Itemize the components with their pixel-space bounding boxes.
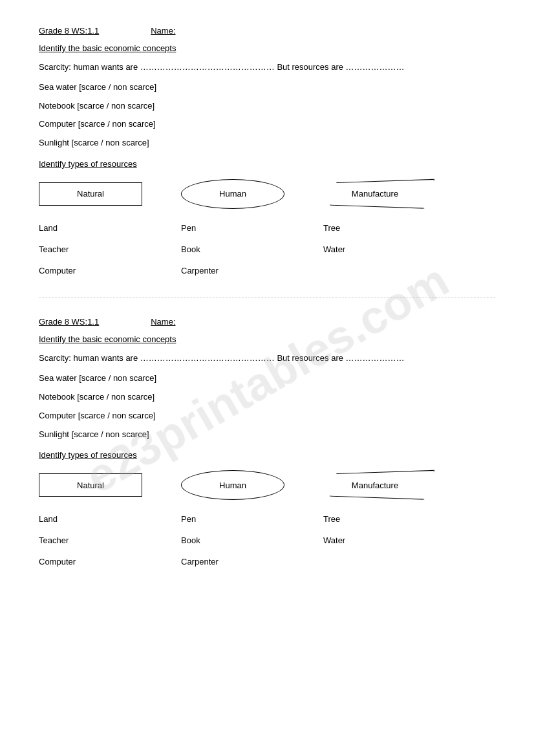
items-grid-1: Land Pen Tree Teacher Book Water Compute…	[39, 222, 495, 277]
item-book-1: Book	[181, 243, 323, 257]
shape-natural-2: Natural	[39, 473, 142, 497]
shapes-row-1: Natural Human Manufacture	[39, 179, 495, 209]
header-row-1: Grade 8 WS:1.1 Name:	[39, 26, 495, 36]
scarcity-line-1: Scarcity: human wants are ………………………………………	[39, 61, 495, 74]
shape-human-2: Human	[181, 470, 284, 500]
scarce-item-2-0: Sea water [scarce / non scarce]	[39, 372, 495, 385]
name-label-1: Name:	[151, 26, 175, 36]
item-land-1: Land	[39, 222, 181, 235]
resources-section-2: Identify types of resources Natural Huma…	[39, 450, 495, 568]
section-1: Grade 8 WS:1.1 Name: Identify the basic …	[39, 26, 495, 297]
item-water-1: Water	[323, 243, 440, 257]
section-2: Grade 8 WS:1.1 Name: Identify the basic …	[39, 317, 495, 588]
header-row-2: Grade 8 WS:1.1 Name:	[39, 317, 495, 327]
scarce-item-2-1: Notebook [scarce / non scarce]	[39, 391, 495, 404]
shape-manufacture-2: Manufacture	[323, 472, 427, 498]
item-tree-2: Tree	[323, 513, 440, 526]
shape-human-1: Human	[181, 179, 284, 209]
item-carpenter-2: Carpenter	[181, 556, 323, 569]
scarce-item-1-0: Sea water [scarce / non scarce]	[39, 81, 495, 94]
item-water-2: Water	[323, 534, 440, 548]
scarce-item-2-2: Computer [scarce / non scarce]	[39, 409, 495, 423]
grade-label-2: Grade 8 WS:1.1	[39, 317, 99, 327]
shapes-row-2: Natural Human Manufacture	[39, 470, 495, 500]
items-grid-2: Land Pen Tree Teacher Book Water Compute…	[39, 513, 495, 568]
item-tree-1: Tree	[323, 222, 440, 235]
item-pen-1: Pen	[181, 222, 323, 235]
resources-section-1: Identify types of resources Natural Huma…	[39, 159, 495, 277]
resources-title-2: Identify types of resources	[39, 450, 495, 460]
name-label-2: Name:	[151, 317, 175, 327]
item-land-2: Land	[39, 513, 181, 526]
scarce-item-1-1: Notebook [scarce / non scarce]	[39, 100, 495, 113]
shape-natural-1: Natural	[39, 182, 142, 206]
item-teacher-1: Teacher	[39, 243, 181, 257]
grade-label-1: Grade 8 WS:1.1	[39, 26, 99, 36]
title1-1: Identify the basic economic concepts	[39, 43, 495, 53]
scarcity-line-2: Scarcity: human wants are ………………………………………	[39, 352, 495, 365]
item-empty-1	[323, 265, 440, 278]
shape-manufacture-1: Manufacture	[323, 181, 427, 207]
resources-title-1: Identify types of resources	[39, 159, 495, 169]
scarce-item-1-2: Computer [scarce / non scarce]	[39, 118, 495, 131]
scarce-item-1-3: Sunlight [scarce / non scarce]	[39, 136, 495, 150]
item-computer-1: Computer	[39, 265, 181, 278]
worksheet: Grade 8 WS:1.1 Name: Identify the basic …	[39, 26, 495, 589]
item-pen-2: Pen	[181, 513, 323, 526]
item-computer-2: Computer	[39, 556, 181, 569]
scarce-item-2-3: Sunlight [scarce / non scarce]	[39, 428, 495, 442]
item-teacher-2: Teacher	[39, 534, 181, 548]
title1-2: Identify the basic economic concepts	[39, 334, 495, 344]
item-empty-2	[323, 556, 440, 569]
item-book-2: Book	[181, 534, 323, 548]
item-carpenter-1: Carpenter	[181, 265, 323, 278]
